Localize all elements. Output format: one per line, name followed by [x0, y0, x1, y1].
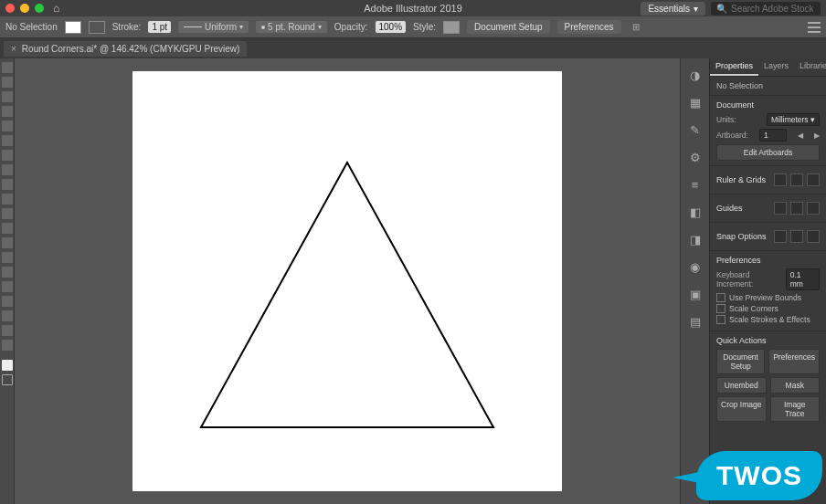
artboard-next-icon[interactable]: ▶ — [814, 131, 820, 140]
rectangle-tool-icon[interactable] — [2, 135, 13, 146]
checkbox-icon — [716, 304, 725, 313]
tab-libraries[interactable]: Libraries — [794, 58, 826, 76]
units-dropdown[interactable]: Millimeters ▾ — [767, 113, 820, 126]
quick-actions-section: Quick Actions Document Setup Preferences… — [710, 331, 826, 426]
preferences-button[interactable]: Preferences — [557, 20, 621, 34]
tools-panel — [0, 58, 15, 504]
align-icon[interactable]: ⊞ — [632, 22, 640, 32]
opacity-label: Opacity: — [334, 22, 368, 32]
adobe-stock-search[interactable]: 🔍 — [711, 2, 821, 16]
qa-preferences-button[interactable]: Preferences — [768, 349, 820, 374]
eraser-tool-icon[interactable] — [2, 164, 13, 175]
transparency-panel-icon[interactable]: ◨ — [686, 230, 704, 248]
line-tool-icon[interactable] — [2, 121, 13, 131]
color-panel-icon[interactable]: ◑ — [686, 66, 704, 84]
scale-corners-checkbox[interactable]: Scale Corners — [716, 304, 820, 313]
brushes-panel-icon[interactable]: ✎ — [686, 121, 704, 139]
maximize-window-button[interactable] — [35, 4, 44, 13]
pen-tool-icon[interactable] — [2, 91, 13, 102]
snap-point-icon[interactable] — [774, 230, 787, 243]
slice-tool-icon[interactable] — [2, 310, 13, 321]
search-icon: 🔍 — [716, 4, 727, 14]
fill-color-icon[interactable] — [2, 360, 13, 371]
close-window-button[interactable] — [5, 4, 15, 13]
qa-crop-image-button[interactable]: Crop Image — [716, 396, 767, 422]
snap-pixel-icon[interactable] — [807, 230, 820, 243]
control-bar: No Selection Stroke: 1 pt Uniform ▾ 5 pt… — [0, 16, 826, 38]
canvas[interactable] — [15, 58, 680, 504]
gradient-tool-icon[interactable] — [2, 237, 13, 248]
qa-unembed-button[interactable]: Unembed — [716, 377, 767, 394]
rotate-tool-icon[interactable] — [2, 179, 13, 190]
document-tab[interactable]: × Round Corners.ai* @ 146.42% (CMYK/GPU … — [4, 41, 247, 57]
direct-selection-tool-icon[interactable] — [2, 77, 13, 88]
brush-dropdown[interactable]: 5 pt. Round ▾ — [256, 21, 327, 33]
close-tab-icon[interactable]: × — [11, 44, 16, 54]
dot-icon — [261, 26, 265, 29]
snap-grid-icon[interactable] — [790, 230, 803, 243]
stroke-panel-icon[interactable]: ≡ — [686, 175, 704, 194]
appearance-panel-icon[interactable]: ◉ — [686, 257, 704, 276]
type-tool-icon[interactable] — [2, 106, 13, 117]
stroke-profile-dropdown[interactable]: Uniform ▾ — [178, 21, 249, 33]
symbols-panel-icon[interactable]: ⚙ — [686, 148, 704, 166]
stroke-swatch[interactable] — [89, 21, 105, 34]
artboard-field[interactable]: 1 — [759, 129, 787, 142]
brush-tool-icon[interactable] — [2, 150, 13, 161]
transparency-grid-icon[interactable] — [807, 173, 820, 186]
swatches-panel-icon[interactable]: ▦ — [686, 93, 704, 111]
search-input[interactable] — [731, 4, 813, 14]
scale-strokes-checkbox[interactable]: Scale Strokes & Effects — [716, 315, 820, 324]
scale-tool-icon[interactable] — [2, 194, 13, 205]
guides-show-icon[interactable] — [774, 202, 787, 215]
home-icon[interactable]: ⌂ — [53, 2, 59, 15]
artboard-tool-icon[interactable] — [2, 296, 13, 307]
zoom-tool-icon[interactable] — [2, 340, 13, 351]
brush-label: 5 pt. Round — [268, 22, 315, 32]
tab-layers[interactable]: Layers — [758, 58, 794, 76]
document-section: Document Units: Millimeters ▾ Artboard: … — [710, 96, 826, 166]
qa-image-trace-button[interactable]: Image Trace — [770, 396, 821, 422]
hand-tool-icon[interactable] — [2, 325, 13, 336]
shape-builder-tool-icon[interactable] — [2, 223, 13, 234]
qa-mask-button[interactable]: Mask — [770, 377, 821, 394]
qa-document-setup-button[interactable]: Document Setup — [716, 349, 765, 374]
edit-artboards-button[interactable]: Edit Artboards — [716, 144, 820, 161]
blend-tool-icon[interactable] — [2, 267, 13, 278]
artboard-prev-icon[interactable]: ◀ — [798, 131, 803, 140]
symbol-sprayer-tool-icon[interactable] — [2, 281, 13, 292]
keyboard-increment-field[interactable]: 0.1 mm — [786, 268, 820, 290]
selection-tool-icon[interactable] — [2, 62, 13, 73]
style-swatch[interactable] — [443, 21, 460, 34]
gradient-panel-icon[interactable]: ◧ — [686, 203, 704, 221]
grid-icon[interactable] — [790, 173, 803, 186]
graphic-styles-panel-icon[interactable]: ▣ — [686, 285, 704, 303]
minimize-window-button[interactable] — [20, 4, 29, 13]
layers-panel-icon[interactable]: ▤ — [686, 312, 704, 331]
ruler-grids-section: Ruler & Grids — [710, 166, 826, 194]
stroke-weight-field[interactable]: 1 pt — [148, 21, 171, 33]
panel-tabs: Properties Layers Libraries — [710, 58, 826, 77]
use-preview-bounds-checkbox[interactable]: Use Preview Bounds — [716, 293, 820, 302]
panel-menu-icon[interactable] — [808, 22, 821, 33]
artwork-triangle — [132, 71, 562, 491]
selection-status: No Selection — [5, 22, 58, 32]
stroke-profile-label: Uniform — [205, 22, 237, 32]
selection-state-text: No Selection — [716, 81, 763, 90]
stroke-label: Stroke: — [112, 22, 142, 32]
guides-lock-icon[interactable] — [790, 202, 803, 215]
opacity-field[interactable]: 100% — [376, 21, 407, 33]
properties-panel: Properties Layers Libraries No Selection… — [709, 58, 826, 504]
guides-heading: Guides — [716, 204, 743, 213]
eyedropper-tool-icon[interactable] — [2, 252, 13, 263]
ruler-grids-heading: Ruler & Grids — [716, 175, 766, 184]
smart-guides-icon[interactable] — [807, 202, 820, 215]
document-setup-button[interactable]: Document Setup — [467, 20, 550, 34]
tab-properties[interactable]: Properties — [710, 58, 758, 76]
ruler-icon[interactable] — [774, 173, 787, 186]
artboard — [132, 71, 562, 491]
stroke-color-icon[interactable] — [2, 374, 13, 385]
width-tool-icon[interactable] — [2, 208, 13, 219]
workspace-switcher[interactable]: Essentials ▾ — [641, 2, 705, 16]
fill-swatch[interactable] — [65, 21, 81, 34]
